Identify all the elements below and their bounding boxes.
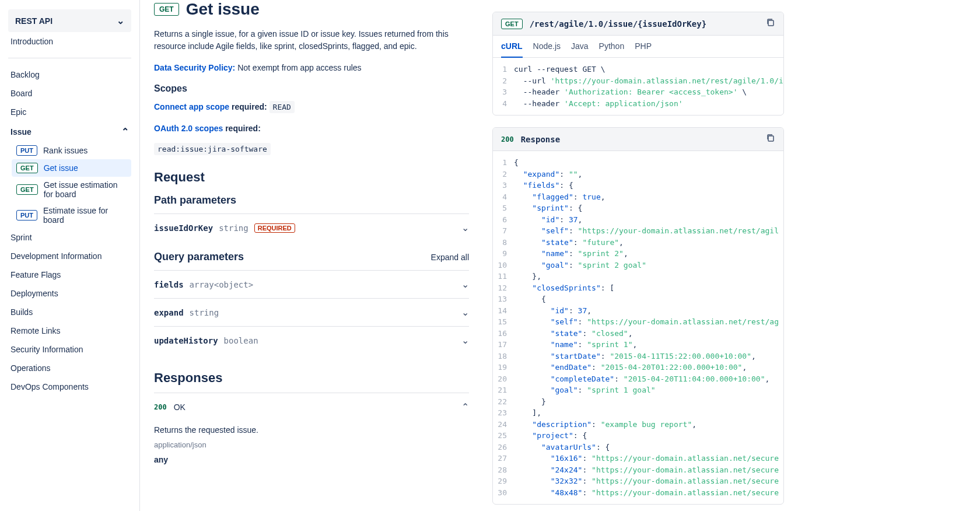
nav-item[interactable]: Feature Flags <box>8 265 131 284</box>
connect-scope-link[interactable]: Connect app scope <box>154 102 229 111</box>
param-row[interactable]: fieldsarray<object> <box>154 270 469 298</box>
connect-scope-line: Connect app scope required: READ <box>154 101 469 113</box>
copy-icon[interactable] <box>766 134 775 145</box>
svg-rect-1 <box>768 136 774 141</box>
path-params-heading: Path parameters <box>154 194 469 206</box>
sidebar-sub-item[interactable]: GETGet issue <box>12 159 131 177</box>
nav-item[interactable]: Remote Links <box>8 321 131 340</box>
response-card-header: 200 Response <box>493 128 783 151</box>
chevron-down-icon <box>461 279 469 290</box>
response-code-card: 200 Response 1{2 "expand": "",3 "fields"… <box>492 127 784 505</box>
param-type: boolean <box>224 336 258 345</box>
code-panel: GET /rest/agile/1.0/issue/{issueIdOrKey}… <box>492 0 784 511</box>
nav-item[interactable]: Board <box>8 84 131 103</box>
content-type: application/json <box>154 440 469 449</box>
nav-item[interactable]: DevOps Components <box>8 377 131 396</box>
api-selector[interactable]: REST API <box>8 9 131 32</box>
method-badge: GET <box>501 19 523 29</box>
request-heading: Request <box>154 170 469 185</box>
endpoint-description: Returns a single issue, for a given issu… <box>154 28 469 52</box>
sidebar: REST API Introduction BacklogBoardEpicIs… <box>0 0 140 511</box>
param-type: array<object> <box>190 280 254 289</box>
chevron-up-icon <box>461 401 469 412</box>
nav-item[interactable]: Security Information <box>8 340 131 359</box>
nav-item[interactable]: Development Information <box>8 247 131 265</box>
page-title: Get issue <box>186 0 260 19</box>
status-code: 200 <box>154 403 167 411</box>
method-badge: PUT <box>16 145 37 156</box>
request-card-header: GET /rest/agile/1.0/issue/{issueIdOrKey} <box>493 12 783 36</box>
status-label: OK <box>174 402 186 412</box>
language-tab[interactable]: Java <box>571 41 589 57</box>
response-row[interactable]: 200OK <box>154 393 469 421</box>
schema-type: any <box>154 455 469 464</box>
endpoint-path: /rest/agile/1.0/issue/{issueIdOrKey} <box>530 19 759 29</box>
responses-heading: Responses <box>154 370 469 386</box>
param-name: issueIdOrKey <box>154 223 213 233</box>
content-column: GET Get issue Returns a single issue, fo… <box>154 0 469 511</box>
param-type: string <box>219 223 249 233</box>
method-badge: GET <box>16 163 38 173</box>
param-name: expand <box>154 308 184 317</box>
oauth-scope-value: read:issue:jira-software <box>154 143 271 155</box>
language-tab[interactable]: cURL <box>501 41 523 58</box>
nav-item[interactable]: Deployments <box>8 284 131 303</box>
status-code: 200 <box>501 135 514 144</box>
request-code-card: GET /rest/agile/1.0/issue/{issueIdOrKey}… <box>492 12 784 116</box>
oauth-scopes-link[interactable]: OAuth 2.0 scopes <box>154 124 223 133</box>
divider <box>8 58 131 58</box>
nav-introduction[interactable]: Introduction <box>8 32 131 51</box>
nav-item[interactable]: Epic <box>8 103 131 121</box>
api-selector-label: REST API <box>15 16 52 26</box>
method-badge: GET <box>16 184 38 195</box>
method-badge: GET <box>154 3 179 16</box>
language-tab[interactable]: Node.js <box>533 41 561 57</box>
oauth-scope-line: OAuth 2.0 scopes required: <box>154 123 469 135</box>
chevron-down-icon <box>461 335 469 346</box>
nav-item[interactable]: Operations <box>8 359 131 377</box>
expand-all-button[interactable]: Expand all <box>431 253 469 262</box>
param-name: fields <box>154 280 184 289</box>
title-row: GET Get issue <box>154 0 469 19</box>
copy-icon[interactable] <box>766 18 775 29</box>
language-tabs: cURLNode.jsJavaPythonPHP <box>493 36 783 58</box>
data-security-policy: Data Security Policy: Not exempt from ap… <box>154 62 469 74</box>
language-tab[interactable]: Python <box>599 41 625 57</box>
scopes-heading: Scopes <box>154 83 469 94</box>
method-badge: PUT <box>16 210 37 220</box>
chevron-up-icon <box>121 126 129 137</box>
nav-item[interactable]: Sprint <box>8 228 131 247</box>
language-tab[interactable]: PHP <box>635 41 652 57</box>
chevron-down-icon <box>461 307 469 318</box>
nav-item[interactable]: Backlog <box>8 65 131 84</box>
connect-scope-value: READ <box>270 101 295 113</box>
response-description: Returns the requested issue. <box>154 425 469 435</box>
required-badge: REQUIRED <box>254 223 295 233</box>
dsp-link[interactable]: Data Security Policy: <box>154 63 235 72</box>
param-name: updateHistory <box>154 336 218 345</box>
param-row[interactable]: issueIdOrKeystringREQUIRED <box>154 214 469 242</box>
main: GET Get issue Returns a single issue, fo… <box>140 0 980 511</box>
response-code-block: 1{2 "expand": "",3 "fields": {4 "flagged… <box>493 151 783 504</box>
chevron-down-icon <box>117 15 124 26</box>
svg-rect-0 <box>768 20 774 26</box>
sidebar-sub-item[interactable]: PUTRank issues <box>12 142 131 159</box>
query-params-heading: Query parameters <box>154 251 244 263</box>
sidebar-sub-item[interactable]: PUTEstimate issue for board <box>12 202 131 228</box>
param-row[interactable]: expandstring <box>154 298 469 326</box>
nav-item[interactable]: Builds <box>8 303 131 321</box>
request-code-block: 1curl --request GET \2 --url 'https://yo… <box>493 58 783 115</box>
nav-item[interactable]: Issue <box>8 121 131 142</box>
chevron-down-icon <box>461 222 469 233</box>
param-type: string <box>190 308 219 317</box>
response-label: Response <box>521 135 759 144</box>
param-row[interactable]: updateHistoryboolean <box>154 326 469 354</box>
sidebar-sub-item[interactable]: GETGet issue estimation for board <box>12 177 131 202</box>
